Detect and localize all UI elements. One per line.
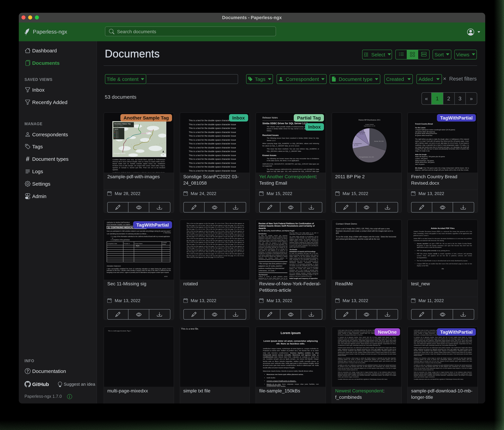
svg-text:Day 4: Day 4 bbox=[116, 134, 118, 135]
svg-text:Hypertension,: Hypertension, bbox=[358, 132, 365, 133]
svg-text:Boundary Waters Trip: Boundary Waters Trip bbox=[114, 123, 130, 125]
svg-text:Hypertension, 31, 6%: Hypertension, 31, 6% bbox=[364, 125, 375, 127]
svg-text:Legend: Legend bbox=[114, 129, 118, 130]
svg-text:Pre-hypertension, 212, 42%: Pre-hypertension, 212, 42% bbox=[359, 156, 374, 158]
svg-text:Stage 2: Stage 2 bbox=[360, 130, 364, 131]
svg-text:Day 5: Day 5 bbox=[116, 136, 118, 137]
svg-text:N: N bbox=[163, 154, 164, 155]
svg-text:Stage 1 Hypertension,: Stage 1 Hypertension, bbox=[350, 143, 362, 144]
svg-text:Day 2: Day 2 bbox=[116, 132, 118, 133]
svg-text:65, 13%: 65, 13% bbox=[354, 144, 358, 146]
svg-text:44, 9%: 44, 9% bbox=[360, 133, 364, 135]
svg-text:Google Earth: Google Earth bbox=[114, 152, 126, 154]
svg-text:Day 6: Day 6 bbox=[116, 137, 118, 138]
svg-text:Normal, 150, 30%: Normal, 150, 30% bbox=[374, 141, 384, 142]
svg-text:Isolated Systolic: Isolated Systolic bbox=[365, 124, 374, 125]
svg-text:Day 1: Day 1 bbox=[116, 131, 118, 131]
svg-text:Day 3: Day 3 bbox=[116, 133, 118, 134]
svg-text:Six days in BWCA: Six days in BWCA bbox=[114, 125, 123, 127]
svg-text:Patient BP Distribution 2011: Patient BP Distribution 2011 bbox=[358, 119, 380, 121]
